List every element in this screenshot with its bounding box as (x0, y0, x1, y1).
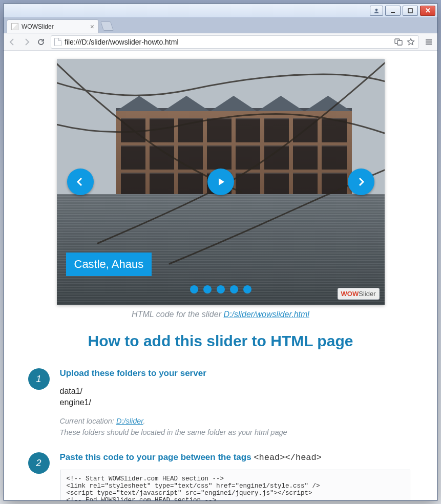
reload-button[interactable] (36, 37, 46, 47)
address-bar[interactable] (51, 35, 419, 49)
slider-dots (190, 285, 251, 293)
note-label: Current location: (60, 417, 116, 425)
browser-tab[interactable]: WOWSlider × (7, 19, 99, 33)
step-body: Upload these folders to your server data… (60, 368, 410, 438)
svg-rect-4 (397, 40, 402, 45)
browser-window: ✕ WOWSlider × (3, 3, 438, 501)
page-content[interactable]: Castle, Ahaus WOWSlider HTML code for th… (4, 51, 437, 500)
translate-icon[interactable] (394, 37, 403, 47)
logo-suffix: Slider (359, 290, 375, 298)
note-tail: . (143, 417, 145, 425)
svg-rect-2 (408, 9, 412, 13)
tab-close-icon[interactable]: × (90, 23, 94, 30)
slider-prev-button[interactable] (67, 169, 94, 195)
location-link[interactable]: D:/slider (116, 417, 143, 425)
slider-preview: Castle, Ahaus WOWSlider (57, 59, 385, 305)
slider-dot[interactable] (243, 285, 251, 293)
reload-icon (37, 38, 45, 46)
page-body: Castle, Ahaus WOWSlider HTML code for th… (26, 51, 415, 500)
step-title-mono: <head></head> (254, 453, 322, 463)
note-line2: These folders should be located in the s… (60, 428, 287, 436)
svg-rect-1 (391, 12, 395, 13)
tab-title: WOWSlider (22, 23, 54, 30)
bookmark-star-icon[interactable] (406, 37, 415, 47)
hamburger-icon (425, 38, 433, 46)
folder-item: data1/ (60, 386, 410, 397)
folder-list: data1/ engine1/ (60, 386, 410, 409)
user-icon (373, 8, 380, 14)
chevron-right-icon (356, 177, 366, 187)
logo-prefix: WOW (341, 290, 359, 298)
maximize-icon (408, 8, 413, 13)
slider-dot[interactable] (230, 285, 238, 293)
page-title: How to add this slider to HTML page (26, 332, 415, 350)
subcaption-text: HTML code for the slider (132, 310, 223, 319)
step-2: 2 Paste this code to your page between t… (26, 449, 415, 500)
back-button[interactable] (8, 37, 17, 47)
step-note: Current location: D:/slider. These folde… (60, 416, 410, 438)
slider-dot[interactable] (203, 285, 212, 293)
browser-toolbar (4, 33, 437, 51)
arrow-right-icon (23, 38, 31, 46)
page-icon (54, 38, 61, 46)
castle-illustration (116, 108, 352, 201)
new-tab-button[interactable] (100, 22, 114, 31)
subcaption-link[interactable]: D:/slider/wowslider.html (223, 310, 309, 319)
tab-strip: WOWSlider × (4, 18, 437, 33)
wowslider-logo: WOWSlider (338, 288, 380, 300)
step-title: Paste this code to your page between the… (60, 452, 410, 463)
user-button[interactable] (370, 6, 383, 16)
step-number: 1 (28, 368, 50, 390)
forward-button[interactable] (22, 37, 31, 47)
svg-point-0 (375, 8, 378, 11)
code-block[interactable]: <!-- Start WOWSlider.com HEAD section --… (60, 470, 410, 500)
slider-next-button[interactable] (348, 169, 374, 195)
maximize-button[interactable] (403, 6, 418, 16)
slider-play-button[interactable] (207, 169, 234, 195)
step-title: Upload these folders to your server (60, 368, 410, 379)
minimize-icon (390, 8, 395, 13)
slider-dot[interactable] (190, 285, 198, 293)
menu-button[interactable] (424, 37, 433, 47)
chevron-left-icon (75, 177, 86, 187)
close-icon: ✕ (425, 7, 431, 14)
window-titlebar: ✕ (4, 4, 437, 18)
play-icon (216, 177, 226, 187)
step-body: Paste this code to your page between the… (60, 452, 410, 500)
arrow-left-icon (8, 38, 16, 46)
url-input[interactable] (65, 38, 391, 46)
step-1: 1 Upload these folders to your server da… (26, 365, 415, 449)
step-number: 2 (28, 452, 50, 474)
minimize-button[interactable] (385, 6, 401, 16)
slider-caption: Castle, Ahaus (66, 253, 152, 276)
slider-dot[interactable] (217, 285, 225, 293)
slider-subcaption: HTML code for the slider D:/slider/wowsl… (26, 310, 415, 319)
folder-item: engine1/ (60, 397, 410, 408)
close-button[interactable]: ✕ (420, 6, 435, 16)
favicon-icon (11, 23, 18, 30)
step-title-text: Paste this code to your page between the… (60, 452, 254, 462)
